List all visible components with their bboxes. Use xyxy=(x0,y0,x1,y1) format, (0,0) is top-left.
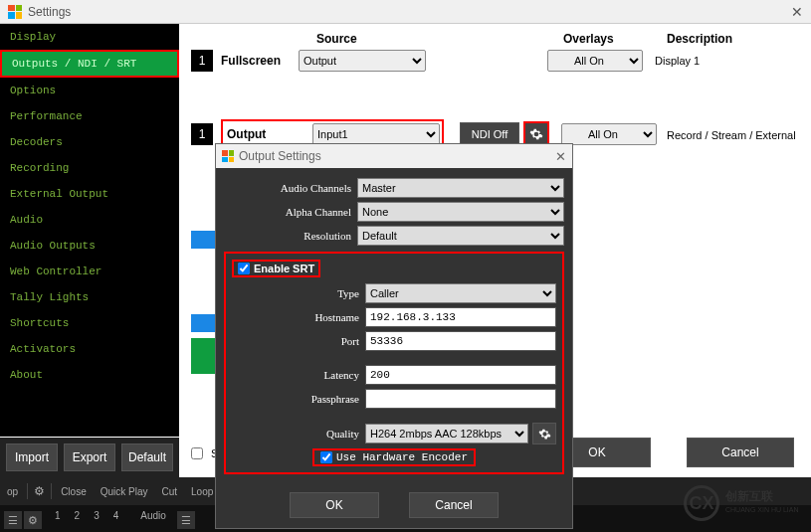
passphrase-input[interactable] xyxy=(365,389,556,409)
gear-icon[interactable]: ⚙ xyxy=(24,511,42,529)
output-source-select[interactable]: Input1 xyxy=(312,123,440,145)
column-header-overlays: Overlays xyxy=(563,32,614,46)
audio-button[interactable]: Audio xyxy=(133,509,173,531)
output-overlay-select[interactable]: All On xyxy=(561,123,657,145)
sidebar-item-decoders[interactable]: Decoders xyxy=(0,129,179,155)
output-label: Output xyxy=(225,127,312,141)
quality-select[interactable]: H264 2mbps AAC 128kbps xyxy=(365,424,528,443)
num-4[interactable]: 4 xyxy=(106,509,126,531)
port-label: Port xyxy=(232,335,365,347)
list-icon[interactable]: ☰ xyxy=(4,511,22,529)
num-3[interactable]: 3 xyxy=(87,509,106,531)
fullscreen-source-select[interactable]: Output xyxy=(299,50,426,72)
alpha-channel-select[interactable]: None xyxy=(357,202,564,222)
app-logo-icon xyxy=(222,150,234,162)
export-button[interactable]: Export xyxy=(64,443,115,471)
import-button[interactable]: Import xyxy=(6,443,58,471)
dialog-title: Output Settings xyxy=(239,149,321,163)
app-logo-icon xyxy=(8,5,22,19)
quick-play-button[interactable]: Quick Play xyxy=(94,480,155,502)
main-cancel-button[interactable]: Cancel xyxy=(687,438,794,467)
close-button[interactable]: Close xyxy=(54,480,94,502)
show-checkbox[interactable] xyxy=(191,447,203,459)
port-input[interactable] xyxy=(365,331,556,351)
dialog-cancel-button[interactable]: Cancel xyxy=(409,492,499,518)
sidebar-item-about[interactable]: About xyxy=(0,362,179,388)
hw-encoder-checkbox[interactable]: Use Hardware Encoder xyxy=(312,448,476,466)
default-button[interactable]: Default xyxy=(121,443,173,471)
cut-button[interactable]: Cut xyxy=(155,480,185,502)
dialog-close-icon[interactable]: ✕ xyxy=(555,149,566,164)
gear-icon xyxy=(538,428,551,441)
passphrase-label: Passphrase xyxy=(232,393,365,405)
sidebar-item-audio-outputs[interactable]: Audio Outputs xyxy=(0,233,179,259)
sidebar: Display Outputs / NDI / SRT Options Perf… xyxy=(0,24,179,437)
main-title: Settings xyxy=(28,5,71,19)
dialog-footer: OK Cancel xyxy=(216,482,572,528)
sidebar-item-external-output[interactable]: External Output xyxy=(0,181,179,207)
main-titlebar: Settings ✕ xyxy=(0,0,811,24)
resolution-select[interactable]: Default xyxy=(357,226,564,246)
num-1[interactable]: 1 xyxy=(48,509,68,531)
audio-channels-select[interactable]: Master xyxy=(357,178,564,198)
quality-settings-button[interactable] xyxy=(532,423,556,444)
dialog-ok-button[interactable]: OK xyxy=(290,492,379,518)
sidebar-item-recording[interactable]: Recording xyxy=(0,155,179,181)
row1-desc: Display 1 xyxy=(655,55,700,67)
latency-label: Latency xyxy=(232,369,365,381)
hw-encoder-checkbox-input[interactable] xyxy=(320,451,332,463)
hostname-label: Hostname xyxy=(232,311,365,323)
sidebar-item-shortcuts[interactable]: Shortcuts xyxy=(0,310,179,336)
sidebar-item-outputs[interactable]: Outputs / NDI / SRT xyxy=(0,50,179,78)
sidebar-item-activators[interactable]: Activators xyxy=(0,336,179,362)
bg-fragment xyxy=(191,338,215,374)
enable-srt-checkbox-input[interactable] xyxy=(238,263,250,274)
sidebar-item-audio[interactable]: Audio xyxy=(0,207,179,233)
quality-label: Quality xyxy=(232,428,365,440)
output-settings-dialog: Output Settings ✕ Audio Channels Master … xyxy=(215,143,573,529)
dialog-titlebar: Output Settings ✕ xyxy=(216,144,572,168)
display-row-1: 1 Fullscreen Output All On Display 1 xyxy=(191,50,803,72)
gear-icon[interactable]: ⚙ xyxy=(30,484,49,498)
watermark-logo: CX 创新互联 CHUANG XIN HU LIAN xyxy=(684,482,805,524)
bg-fragment xyxy=(191,231,215,249)
column-header-source: Source xyxy=(316,32,357,46)
fullscreen-label: Fullscreen xyxy=(221,54,299,68)
num-2[interactable]: 2 xyxy=(68,509,88,531)
hostname-input[interactable] xyxy=(365,307,556,327)
sidebar-item-display[interactable]: Display xyxy=(0,24,179,50)
gear-icon xyxy=(529,127,543,141)
sidebar-item-web-controller[interactable]: Web Controller xyxy=(0,259,179,284)
close-icon[interactable]: ✕ xyxy=(791,4,803,20)
bg-fragment xyxy=(191,314,215,332)
row-number: 1 xyxy=(191,123,213,145)
srt-section: Enable SRT Type Caller Hostname Port Lat… xyxy=(224,252,564,474)
type-label: Type xyxy=(232,287,365,299)
alpha-channel-label: Alpha Channel xyxy=(224,206,357,218)
op-button[interactable]: op xyxy=(0,480,25,502)
enable-srt-checkbox[interactable]: Enable SRT xyxy=(232,260,320,277)
list-icon[interactable]: ☰ xyxy=(177,511,195,529)
audio-channels-label: Audio Channels xyxy=(224,182,357,194)
watermark-symbol: CX xyxy=(684,485,719,521)
fullscreen-overlay-select[interactable]: All On xyxy=(547,50,643,72)
sidebar-item-options[interactable]: Options xyxy=(0,78,179,103)
srt-type-select[interactable]: Caller xyxy=(365,283,556,303)
sidebar-bottom-buttons: Import Export Default xyxy=(0,438,179,477)
column-header-description: Description xyxy=(667,32,732,46)
row-number: 1 xyxy=(191,50,213,72)
sidebar-item-performance[interactable]: Performance xyxy=(0,103,179,129)
latency-input[interactable] xyxy=(365,365,556,385)
main-dialog-buttons: OK Cancel xyxy=(543,438,794,467)
sidebar-item-tally-lights[interactable]: Tally Lights xyxy=(0,284,179,310)
row2-desc: Record / Stream / External xyxy=(667,129,796,141)
resolution-label: Resolution xyxy=(224,230,357,242)
